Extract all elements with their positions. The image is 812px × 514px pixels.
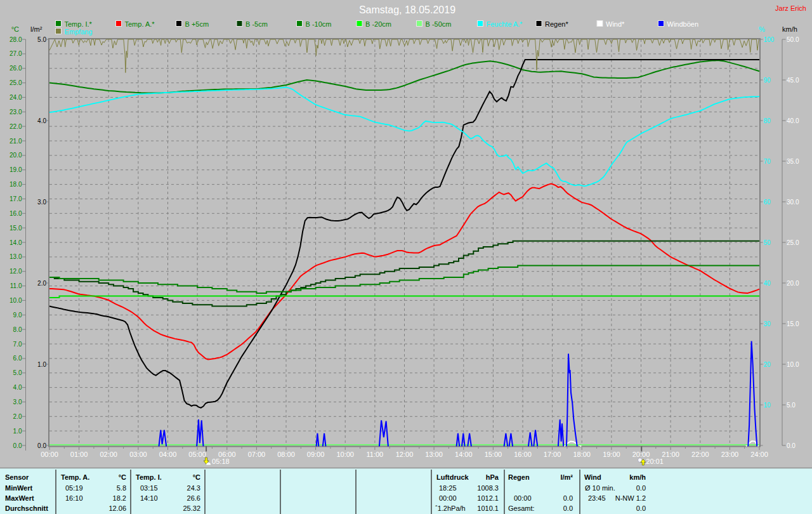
svg-text:24:00: 24:00 [750, 451, 768, 458]
svg-text:35.0: 35.0 [787, 158, 799, 165]
svg-text:9.0: 9.0 [13, 312, 22, 319]
svg-text:25.32: 25.32 [183, 504, 200, 512]
svg-text:hPa: hPa [486, 473, 499, 481]
svg-text:13.0: 13.0 [10, 253, 22, 260]
svg-text:03:00: 03:00 [129, 451, 147, 458]
svg-text:Temp. A.*: Temp. A.* [125, 20, 155, 28]
svg-text:18:25: 18:25 [439, 484, 457, 492]
svg-text:5.8: 5.8 [117, 484, 126, 492]
svg-text:1.0: 1.0 [37, 361, 46, 368]
svg-text:17:00: 17:00 [544, 451, 561, 458]
svg-text:Temp. A.: Temp. A. [61, 473, 89, 481]
svg-text:MaxWert: MaxWert [5, 494, 34, 502]
svg-text:12.0: 12.0 [10, 268, 22, 275]
svg-text:25.0: 25.0 [787, 239, 799, 246]
svg-text:20.0: 20.0 [787, 280, 799, 287]
svg-text:15.0: 15.0 [10, 225, 22, 232]
svg-text:14.0: 14.0 [10, 239, 22, 246]
svg-text:17.0: 17.0 [10, 195, 22, 202]
svg-text:20: 20 [764, 361, 771, 368]
svg-text:0.0: 0.0 [563, 504, 573, 512]
svg-text:05:00: 05:00 [188, 451, 206, 458]
svg-text:26.0: 26.0 [10, 65, 22, 72]
svg-text:23.0: 23.0 [10, 109, 22, 115]
svg-text:0.0: 0.0 [787, 442, 796, 449]
svg-text:12:00: 12:00 [396, 451, 414, 458]
svg-text:B -10cm: B -10cm [306, 20, 332, 28]
svg-text:N-NW 1.2: N-NW 1.2 [615, 494, 646, 502]
svg-text:ˆ1.2hPa/h: ˆ1.2hPa/h [435, 504, 466, 512]
svg-text:05:18: 05:18 [212, 458, 230, 465]
svg-text:00:00: 00:00 [439, 494, 457, 502]
svg-text:10.0: 10.0 [10, 297, 22, 304]
svg-text:01:00: 01:00 [70, 451, 88, 458]
svg-text:Windböen: Windböen [667, 20, 699, 28]
svg-text:l/m²: l/m² [560, 473, 573, 481]
svg-text:%: % [759, 25, 765, 33]
svg-text:8.0: 8.0 [13, 326, 22, 333]
svg-text:24.0: 24.0 [10, 94, 22, 101]
svg-text:09:00: 09:00 [307, 451, 325, 458]
svg-text:l/m²: l/m² [30, 25, 43, 33]
svg-text:2.0: 2.0 [13, 413, 22, 420]
svg-text:04:00: 04:00 [159, 451, 177, 458]
svg-text:Temp. I.: Temp. I. [136, 473, 162, 481]
svg-text:2.0: 2.0 [37, 280, 46, 287]
svg-text:22.0: 22.0 [10, 123, 22, 130]
svg-text:23:45: 23:45 [588, 494, 606, 502]
svg-text:28.0: 28.0 [10, 36, 22, 43]
svg-text:20.0: 20.0 [10, 152, 22, 159]
svg-text:25.0: 25.0 [10, 79, 22, 86]
svg-text:Samstag, 18.05.2019: Samstag, 18.05.2019 [359, 4, 455, 15]
svg-text:00:00: 00:00 [514, 494, 532, 502]
svg-text:7.0: 7.0 [13, 341, 22, 348]
svg-text:0.0: 0.0 [37, 442, 46, 449]
svg-text:26.6: 26.6 [187, 494, 200, 502]
svg-text:Wind: Wind [584, 473, 601, 481]
svg-text:B +5cm: B +5cm [185, 20, 209, 28]
svg-text:40: 40 [764, 280, 771, 287]
svg-text:15.0: 15.0 [787, 320, 799, 327]
svg-text:5.0: 5.0 [13, 369, 22, 376]
svg-text:21.0: 21.0 [10, 138, 22, 145]
svg-text:50.0: 50.0 [787, 36, 799, 43]
svg-text:80: 80 [764, 117, 771, 124]
svg-text:13:00: 13:00 [425, 451, 443, 458]
svg-text:4.0: 4.0 [13, 384, 22, 391]
svg-text:6.0: 6.0 [13, 355, 22, 362]
svg-text:90: 90 [764, 77, 771, 84]
svg-text:°C: °C [11, 25, 19, 33]
svg-text:19.0: 19.0 [10, 166, 22, 173]
svg-text:21:00: 21:00 [662, 451, 679, 458]
svg-text:Wind*: Wind* [606, 20, 625, 28]
svg-text:60: 60 [764, 199, 771, 206]
svg-text:km/h: km/h [629, 473, 646, 481]
svg-text:45.0: 45.0 [787, 77, 799, 84]
svg-text:10:00: 10:00 [336, 451, 354, 458]
svg-text:24.3: 24.3 [187, 484, 200, 492]
svg-text:Empfang: Empfang [65, 28, 93, 36]
svg-text:°C: °C [119, 473, 126, 481]
svg-text:Regen: Regen [508, 473, 530, 481]
svg-text:27.0: 27.0 [10, 50, 22, 57]
svg-text:08:00: 08:00 [277, 451, 295, 458]
svg-text:4.0: 4.0 [37, 117, 46, 124]
svg-text:Jarz Erich: Jarz Erich [775, 4, 806, 12]
svg-text:1008.3: 1008.3 [477, 484, 499, 492]
svg-text:12.06: 12.06 [108, 504, 126, 512]
svg-text:3.0: 3.0 [13, 399, 22, 405]
svg-text:1.0: 1.0 [13, 428, 22, 435]
svg-text:15:00: 15:00 [485, 451, 502, 458]
svg-text:40.0: 40.0 [787, 117, 799, 124]
svg-text:05:19: 05:19 [65, 484, 83, 492]
svg-text:0.0: 0.0 [13, 442, 22, 449]
svg-text:MinWert: MinWert [5, 484, 33, 492]
svg-text:Temp. I.*: Temp. I.* [65, 20, 93, 28]
svg-text:km/h: km/h [782, 25, 797, 33]
svg-text:B -5cm: B -5cm [246, 20, 268, 28]
svg-text:5.0: 5.0 [37, 36, 46, 43]
svg-text:70: 70 [764, 158, 771, 165]
svg-text:0.0: 0.0 [636, 504, 646, 512]
svg-text:11.0: 11.0 [10, 282, 22, 289]
svg-text:Gesamt:: Gesamt: [508, 504, 535, 512]
